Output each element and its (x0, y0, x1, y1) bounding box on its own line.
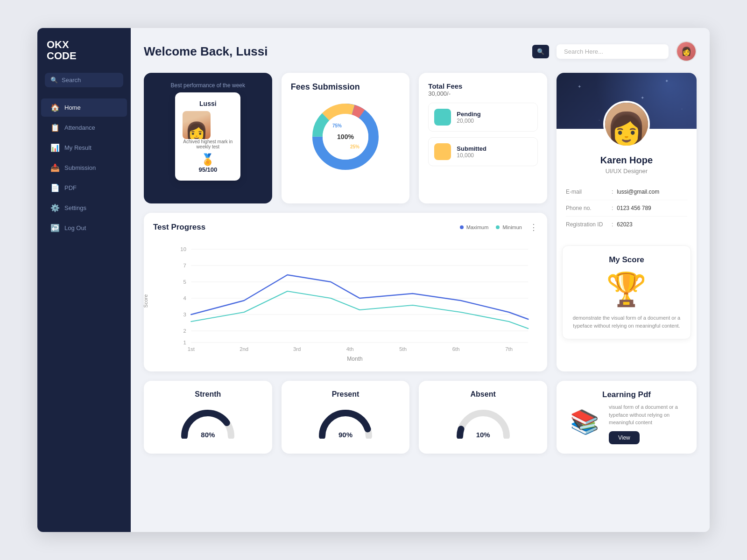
sidebar-item-my-result[interactable]: 📊 My Result (41, 139, 127, 157)
strength-card: Strenth 80% (144, 381, 272, 454)
profile-regid-row: Registration ID : 62023 (566, 217, 687, 232)
y-axis-label: Score (143, 294, 148, 308)
search-icon: 🔍 (50, 77, 58, 84)
profile-header: ✦ ✦ ✦ · · 👩 (557, 73, 697, 129)
profile-role: UI/UX Designer (566, 168, 687, 175)
submitted-amount: 10,000 (457, 152, 486, 159)
submitted-label: Submitted (457, 145, 486, 152)
sidebar-item-attendance[interactable]: 📋 Attendance (41, 119, 127, 137)
donut-chart: 75% 25% 100% (308, 99, 383, 174)
profile-info: E-mail : lussi@gmail.com Phone no. : 012… (566, 184, 687, 232)
profile-name: Karen Hope (566, 155, 687, 166)
score-description: demonstrate the visual form of a documen… (572, 314, 681, 329)
sidebar-item-home[interactable]: 🏠 Home (41, 98, 127, 117)
svg-text:2nd: 2nd (240, 346, 248, 352)
x-axis-label: Month (172, 356, 538, 362)
performance-subtitle: Best performance of the week (171, 82, 245, 89)
sidebar-item-label: Settings (64, 204, 86, 211)
sidebar-search[interactable]: 🔍 (45, 73, 123, 87)
present-title: Present (291, 390, 401, 399)
medal-icon: 🏅 (183, 153, 233, 166)
logout-icon: ↩️ (50, 224, 59, 232)
total-fees-title: Total Fees (428, 82, 538, 90)
main-content: Welcome Back, Lussi 🔍 👩 Best performance… (131, 28, 710, 532)
test-progress-card: Test Progress Maximum Minimun (144, 213, 547, 371)
achievement-text: Achived highest mark in weekly test (183, 139, 233, 149)
page-title: Welcome Back, Lussi (144, 44, 268, 59)
svg-text:7th: 7th (505, 346, 513, 352)
svg-text:3rd: 3rd (293, 346, 301, 352)
learning-image: 📚 (566, 403, 603, 441)
sidebar-item-label: Submission (64, 164, 96, 171)
main-search-input[interactable] (564, 48, 661, 55)
sidebar-item-label: PDF (64, 184, 77, 191)
app-logo: OKX CODE (37, 39, 131, 73)
search-button[interactable]: 🔍 (532, 45, 549, 58)
strength-gauge: 80% (180, 406, 236, 439)
chart-header: Test Progress Maximum Minimun (153, 222, 538, 232)
svg-text:10: 10 (180, 246, 186, 252)
search-input[interactable] (62, 77, 118, 84)
learning-pdf-card: Learning Pdf 📚 visual form of a document… (557, 381, 697, 454)
pdf-icon: 📄 (50, 183, 59, 192)
pending-dot (434, 109, 451, 126)
profile-avatar: 👩 (603, 101, 650, 147)
view-button[interactable]: View (609, 431, 640, 444)
best-performance-card: Best performance of the week Lussi 👩 Ach… (144, 73, 272, 203)
svg-text:1st: 1st (188, 346, 195, 352)
submission-icon: 📥 (50, 163, 59, 172)
chart-title: Test Progress (153, 223, 205, 232)
total-fees-card: Total Fees 30,000/- Pending 20,000 Submi… (419, 73, 547, 203)
svg-text:7: 7 (183, 263, 186, 268)
svg-text:5th: 5th (399, 346, 407, 352)
sidebar-item-pdf[interactable]: 📄 PDF (41, 179, 127, 197)
sidebar-item-label: Log Out (64, 224, 86, 231)
svg-text:4: 4 (183, 295, 186, 301)
result-icon: 📊 (50, 143, 59, 152)
profile-card: ✦ ✦ ✦ · · 👩 Karen Hope UI/UX Designer (557, 73, 697, 371)
score-title: My Score (572, 255, 681, 265)
svg-text:1: 1 (183, 340, 186, 345)
chart-legend: Maximum Minimun (460, 224, 522, 230)
profile-email-row: E-mail : lussi@gmail.com (566, 184, 687, 200)
user-avatar[interactable]: 👩 (676, 41, 697, 62)
max-dot (460, 225, 464, 229)
trophy-icon: 🏆 (606, 270, 647, 308)
sidebar-item-logout[interactable]: ↩️ Log Out (41, 219, 127, 237)
student-card: Lussi 👩 Achived highest mark in weekly t… (175, 92, 240, 181)
total-fees-amount: 30,000/- (428, 90, 538, 97)
strength-title: Strenth (153, 390, 263, 399)
learning-title: Learning Pdf (566, 390, 687, 399)
total-fees-header: Total Fees 30,000/- (428, 82, 538, 97)
absent-value: 10% (476, 431, 490, 439)
submitted-dot (434, 143, 451, 160)
legend-minimum: Minimun (496, 224, 522, 230)
svg-text:4th: 4th (346, 346, 354, 352)
donut-center-label: 100% (337, 133, 354, 140)
svg-text:6th: 6th (452, 346, 460, 352)
absent-card: Absent 10% (419, 381, 547, 454)
legend-maximum: Maximum (460, 224, 489, 230)
sidebar-item-label: Home (64, 104, 81, 111)
home-icon: 🏠 (50, 103, 59, 112)
absent-title: Absent (428, 390, 538, 399)
top-bar: Welcome Back, Lussi 🔍 👩 (144, 41, 697, 62)
learning-body: 📚 visual form of a document or a typefac… (566, 403, 687, 444)
student-score: 95/100 (183, 166, 233, 173)
svg-text:75%: 75% (332, 123, 342, 128)
fees-title: Fees Submission (291, 82, 401, 92)
present-value: 90% (338, 431, 352, 439)
sidebar-item-label: Attendance (64, 124, 95, 131)
search-bar[interactable] (557, 44, 669, 59)
student-avatar: 👩 (183, 111, 211, 139)
svg-text:3: 3 (183, 312, 186, 317)
sidebar-item-submission[interactable]: 📥 Submission (41, 159, 127, 177)
my-score-card: My Score 🏆 demonstrate the visual form o… (562, 245, 691, 339)
profile-phone-row: Phone no. : 0123 456 789 (566, 200, 687, 217)
chart-more-button[interactable]: ⋮ (529, 222, 538, 232)
dashboard-grid: Best performance of the week Lussi 👩 Ach… (144, 73, 697, 454)
settings-icon: ⚙️ (50, 203, 59, 212)
sidebar-item-settings[interactable]: ⚙️ Settings (41, 199, 127, 217)
svg-text:5: 5 (183, 279, 186, 285)
min-dot (496, 225, 500, 229)
